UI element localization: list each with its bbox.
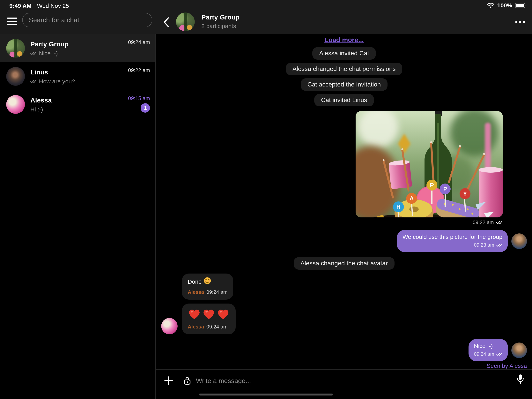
message-text: Done <box>188 278 202 286</box>
read-receipt-icon <box>496 352 502 356</box>
chat-preview: How are you? <box>39 78 75 84</box>
system-message: Cat accepted the invitation <box>301 78 387 91</box>
party-group-avatar <box>6 39 25 58</box>
wifi-icon <box>487 2 494 8</box>
read-receipt-icon <box>30 51 37 55</box>
more-options-icon[interactable] <box>515 21 525 23</box>
chat-list-sidebar: Party Group Nice :-) 09:24 am Linus <box>0 34 156 399</box>
outgoing-message-row: We could use this picture for the group … <box>161 230 527 252</box>
chat-time: 09:22 am <box>128 67 150 73</box>
message-bubble[interactable]: Done Alessa 09:24 am <box>182 274 233 300</box>
chat-participants: 2 participants <box>201 23 236 29</box>
message-sender: Alessa <box>188 288 204 296</box>
alessa-avatar <box>6 95 25 114</box>
message-bubble[interactable]: Nice :-) 09:24 am <box>469 339 508 361</box>
message-history: Load more... Alessa invited Cat Alessa c… <box>156 34 532 369</box>
status-bar-left: 9:49 AM Wed Nov 25 <box>9 2 69 9</box>
seen-receipt: Seen by Alessa <box>487 362 527 369</box>
chat-preview: Nice :-) <box>39 50 58 56</box>
chat-preview: Hi :-) <box>30 106 43 112</box>
status-time: 9:49 AM <box>9 2 32 9</box>
heart-emoji <box>216 308 230 321</box>
chat-name: Linus <box>30 68 122 76</box>
chat-list-item-party-group[interactable]: Party Group Nice :-) 09:24 am <box>0 34 155 62</box>
outgoing-message-row: Nice :-) 09:24 am <box>161 339 527 361</box>
microphone-icon[interactable] <box>516 374 524 386</box>
happy-letter: A <box>410 195 414 201</box>
message-sender: Alessa <box>188 323 204 331</box>
message-input[interactable] <box>195 374 438 388</box>
load-more-link[interactable]: Load more... <box>324 36 364 44</box>
message-time: 09:24 am <box>206 323 228 331</box>
messenger-app: 9:49 AM Wed Nov 25 100% <box>0 0 532 399</box>
message-time: 09:23 am <box>474 241 494 249</box>
read-receipt-icon <box>496 220 503 225</box>
read-receipt-icon <box>30 79 37 83</box>
happy-letter: P <box>443 186 447 192</box>
message-text: Nice :-) <box>474 342 502 350</box>
linus-avatar <box>6 67 25 86</box>
cat-avatar <box>511 233 527 249</box>
message-time: 09:24 am <box>206 288 228 296</box>
chat-name: Party Group <box>30 40 122 48</box>
chat-title: Party Group <box>201 14 240 21</box>
chat-list-item-alessa[interactable]: Alessa Hi :-) 09:15 am 1 <box>0 90 155 118</box>
cat-avatar <box>511 342 527 358</box>
smiling-emoji <box>204 277 211 286</box>
status-bar-right: 100% <box>487 2 526 9</box>
back-button[interactable] <box>163 17 169 27</box>
chat-name: Alessa <box>30 97 122 104</box>
photo-message-meta: 09:22 am <box>473 219 503 225</box>
message-bubble[interactable]: We could use this picture for the group … <box>397 230 508 252</box>
read-receipt-icon <box>496 243 502 247</box>
attach-plus-icon[interactable] <box>164 376 173 387</box>
chat-header-avatar[interactable] <box>176 13 195 31</box>
message-time: 09:24 am <box>474 350 494 358</box>
system-message: Alessa changed the chat avatar <box>294 257 394 270</box>
alessa-avatar <box>161 318 177 334</box>
status-date: Wed Nov 25 <box>37 2 69 9</box>
message-bubble[interactable]: Alessa 09:24 am <box>182 303 236 334</box>
message-time: 09:22 am <box>473 219 494 225</box>
happy-letter: P <box>430 182 434 188</box>
chat-time: 09:15 am <box>128 96 150 101</box>
party-photo-message[interactable]: H A P P Y <box>355 111 503 217</box>
top-bar: 9:49 AM Wed Nov 25 100% <box>0 0 532 34</box>
heart-emoji <box>188 308 201 321</box>
menu-hamburger-icon[interactable] <box>7 18 17 25</box>
system-message: Alessa changed the chat permissions <box>286 63 402 75</box>
message-text: We could use this picture for the group <box>403 233 502 241</box>
happy-letter: Y <box>463 190 467 197</box>
system-message: Cat invited Linus <box>315 94 374 106</box>
chat-search <box>22 13 152 27</box>
search-input[interactable] <box>23 13 152 27</box>
battery-percent: 100% <box>497 2 512 9</box>
chat-list-item-linus[interactable]: Linus How are you? 09:22 am <box>0 62 155 90</box>
system-message: Alessa invited Cat <box>313 47 376 60</box>
battery-icon <box>515 3 526 8</box>
heart-emoji-group <box>188 307 230 321</box>
incoming-message-row: Alessa 09:24 am <box>161 303 527 334</box>
incoming-message-row: Done Alessa 09:24 am <box>161 274 527 300</box>
unread-badge: 1 <box>141 103 150 113</box>
heart-emoji <box>202 308 215 321</box>
chat-time: 09:24 am <box>128 39 150 45</box>
lock-icon <box>184 376 191 386</box>
home-indicator[interactable] <box>199 393 333 395</box>
happy-letter: H <box>396 204 400 210</box>
